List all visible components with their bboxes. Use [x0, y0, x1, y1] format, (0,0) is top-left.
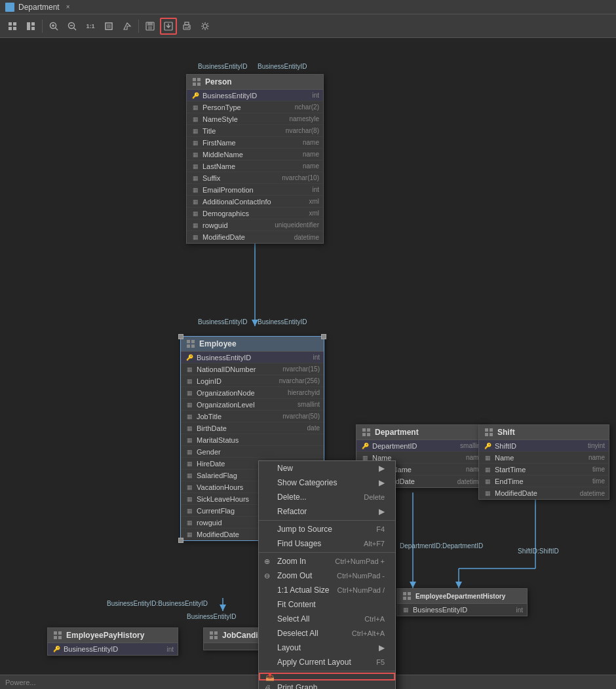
- employee-table-header: Employee: [181, 337, 324, 352]
- ctx-jump-to-source[interactable]: Jump to Source F4: [259, 522, 395, 536]
- svg-rect-57: [54, 631, 57, 635]
- ctx-printgraph-icon: 🖨: [264, 684, 271, 689]
- emp-row-birthdate: ▦ BirthDate date: [181, 422, 324, 434]
- col-icon: ▦: [185, 447, 194, 456]
- toolbar-grid1-btn[interactable]: [4, 18, 21, 35]
- toolbar-sep-2: [138, 20, 139, 33]
- ctx-zoomin-shortcut: Ctrl+NumPad +: [335, 557, 385, 565]
- svg-rect-0: [9, 22, 12, 26]
- toolbar-settings-btn[interactable]: [197, 18, 214, 35]
- svg-point-24: [188, 26, 189, 28]
- svg-rect-49: [485, 428, 488, 432]
- close-button[interactable]: ×: [66, 3, 70, 10]
- tab-title: Department: [18, 3, 60, 12]
- conn-label-dept-id: DepartmentID:DepartmentID: [400, 542, 483, 549]
- conn-label-emp-top-left: BusinessEntityID: [198, 318, 248, 326]
- col-icon: ▦: [483, 477, 492, 486]
- ctx-find-label: Find Usages: [277, 539, 321, 548]
- person-row-namestyle: ▦ NameStyle namestyle: [187, 113, 323, 125]
- person-row-emailpromo: ▦ EmailPromotion int: [187, 184, 323, 196]
- ctx-fit-content[interactable]: Fit Content: [259, 597, 395, 612]
- table-grid-icon: [192, 77, 201, 86]
- emp-row-jobtitle: ▦ JobTitle nvarchar(50): [181, 411, 324, 422]
- ctx-zoom-out[interactable]: ⊖ Zoom Out Ctrl+NumPad -: [259, 568, 395, 583]
- ctx-showcats-arrow: ▶: [379, 478, 385, 487]
- col-icon: ▦: [185, 506, 194, 515]
- ctx-jump-shortcut: F4: [376, 525, 385, 533]
- ctx-layout-arrow: ▶: [379, 643, 385, 652]
- ctx-find-usages[interactable]: Find Usages Alt+F7: [259, 536, 395, 551]
- svg-rect-56: [408, 597, 411, 600]
- ctx-layout-label: Layout: [277, 643, 301, 652]
- ctx-zoomin-icon: ⊕: [264, 557, 270, 566]
- toolbar-share-btn[interactable]: [119, 18, 136, 35]
- col-icon: ▦: [191, 233, 200, 242]
- col-icon: ▦: [185, 424, 194, 433]
- dept-row-deptid: 🔑 DepartmentID smallint: [356, 440, 486, 452]
- col-icon: ▦: [483, 453, 492, 462]
- ctx-select-all[interactable]: Select All Ctrl+A: [259, 612, 395, 626]
- ctx-printgraph-label: Print Graph: [277, 683, 317, 689]
- col-icon: ▦: [191, 162, 200, 171]
- col-icon: ▦: [191, 197, 200, 206]
- ctx-delete[interactable]: Delete... Delete: [259, 490, 395, 504]
- person-table: Person 🔑 BusinessEntityID int ▦ PersonTy…: [186, 74, 324, 244]
- toolbar-zoom-out-btn[interactable]: [64, 18, 81, 35]
- ctx-actual-size[interactable]: 1:1 Actual Size Ctrl+NumPad /: [259, 583, 395, 597]
- ctx-refactor[interactable]: Refactor ▶: [259, 504, 395, 519]
- toolbar-save-btn[interactable]: [142, 18, 159, 35]
- ctx-zoomin-label: Zoom In: [277, 557, 306, 566]
- emp-row-businessentityid: 🔑 BusinessEntityID int: [181, 352, 324, 363]
- ctx-show-categories[interactable]: Show Categories ▶: [259, 475, 395, 490]
- svg-rect-55: [403, 597, 406, 600]
- person-row-additionalcontact: ▦ AdditionalContactInfo xml: [187, 196, 323, 208]
- ctx-new[interactable]: New ▶: [259, 461, 395, 475]
- ctx-print-graph[interactable]: 🖨 Print Graph: [259, 680, 395, 689]
- emppayhistory-name: EmployeePayHistory: [66, 631, 144, 640]
- ctx-layout[interactable]: Layout ▶: [259, 641, 395, 655]
- svg-rect-53: [403, 592, 406, 595]
- svg-rect-5: [31, 22, 35, 26]
- ctx-export-to-file[interactable]: 📤: [259, 673, 395, 680]
- svg-rect-50: [490, 428, 493, 432]
- ctx-zoomout-shortcut: Ctrl+NumPad -: [337, 572, 385, 580]
- toolbar-export-btn[interactable]: [160, 18, 177, 35]
- canvas-area[interactable]: BusinessEntityID BusinessEntityID Busine…: [0, 38, 616, 689]
- ctx-deselect-all[interactable]: Deselect All Ctrl+Alt+A: [259, 626, 395, 641]
- col-icon: ▦: [483, 489, 492, 498]
- shift-row-modifieddate: ▦ ModifiedDate datetime: [479, 487, 609, 499]
- department-table-header: Department: [356, 425, 486, 440]
- toolbar-print-btn[interactable]: [178, 18, 195, 35]
- svg-rect-2: [9, 27, 12, 30]
- person-row-lastname: ▦ LastName name: [187, 160, 323, 172]
- sel-handle-tl: [178, 334, 183, 339]
- table-grid-icon: [362, 428, 371, 437]
- col-icon: ▦: [191, 174, 200, 183]
- pk-icon: 🔑: [483, 441, 492, 451]
- col-icon: ▦: [191, 209, 200, 218]
- toolbar-fit-btn[interactable]: [100, 18, 117, 35]
- ctx-refactor-label: Refactor: [277, 507, 307, 516]
- col-icon: ▦: [191, 103, 200, 112]
- col-icon: ▦: [191, 221, 200, 230]
- col-icon: ▦: [185, 530, 194, 539]
- department-table-name: Department: [375, 428, 419, 437]
- col-icon: ▦: [401, 605, 410, 614]
- toolbar: 1:1: [0, 14, 616, 38]
- ctx-selectall-label: Select All: [277, 614, 309, 624]
- ctx-fit-label: Fit Content: [277, 600, 316, 609]
- title-bar: Department ×: [0, 0, 616, 14]
- svg-marker-36: [455, 582, 462, 588]
- ctx-apply-layout[interactable]: Apply Current Layout F5: [259, 655, 395, 669]
- toolbar-grid2-btn[interactable]: [22, 18, 39, 35]
- toolbar-zoom-in-btn[interactable]: [45, 18, 62, 35]
- person-row-title: ▦ Title nvarchar(8): [187, 125, 323, 137]
- ctx-jump-label: Jump to Source: [277, 525, 332, 534]
- toolbar-actual-size-btn[interactable]: 1:1: [82, 18, 99, 35]
- shift-table: Shift 🔑 ShiftID tinyint ▦ Name name ▦ St…: [478, 424, 609, 500]
- svg-rect-48: [367, 433, 370, 436]
- person-table-header: Person: [187, 75, 323, 90]
- svg-point-25: [203, 24, 207, 28]
- ctx-zoom-in[interactable]: ⊕ Zoom In Ctrl+NumPad +: [259, 554, 395, 568]
- svg-rect-23: [185, 27, 189, 29]
